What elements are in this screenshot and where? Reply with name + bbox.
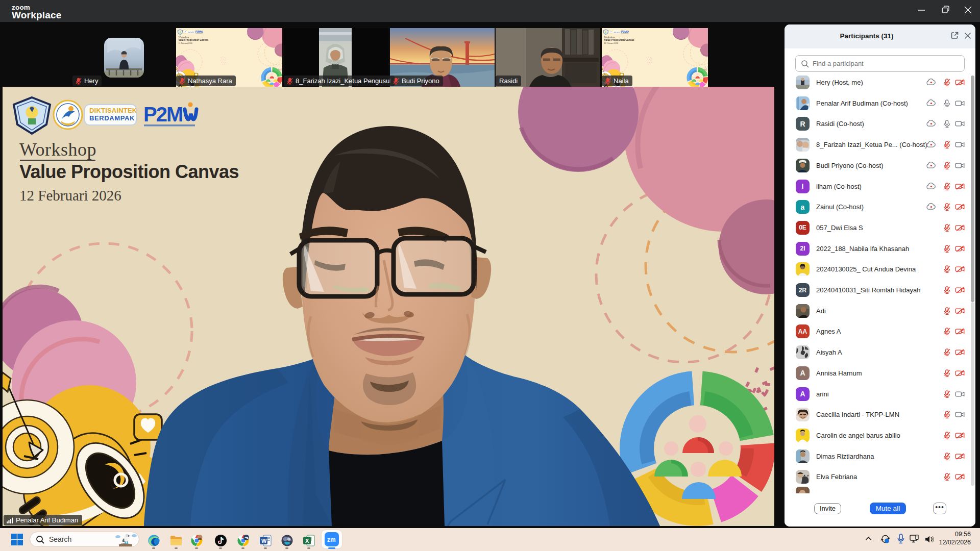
svg-text:12 Februari 2026: 12 Februari 2026 (19, 187, 121, 204)
svg-text:P2M: P2M (143, 103, 182, 126)
svg-text:zm: zm (327, 536, 336, 543)
svg-text:Workshop: Workshop (19, 139, 96, 160)
svg-text:DIKTISAINTEK: DIKTISAINTEK (89, 107, 137, 114)
svg-text:Value Proposition Canvas: Value Proposition Canvas (19, 161, 239, 182)
svg-text:X: X (305, 538, 309, 544)
svg-text:W: W (261, 538, 267, 544)
svg-text:BERDAMPAK: BERDAMPAK (89, 114, 135, 122)
